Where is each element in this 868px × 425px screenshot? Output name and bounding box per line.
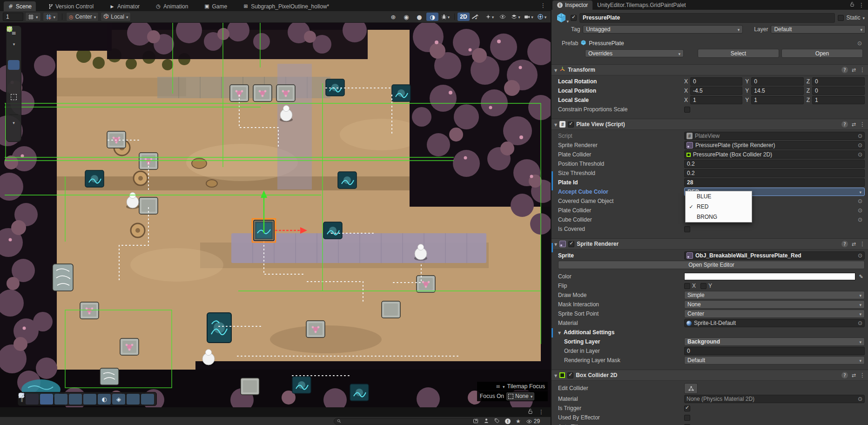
transform-tool[interactable] bbox=[8, 103, 20, 113]
zoom-tool[interactable] bbox=[127, 394, 140, 405]
transform-header[interactable]: Transform bbox=[552, 64, 868, 75]
is-covered-checkbox[interactable] bbox=[684, 226, 690, 232]
wireframe-mode-icon[interactable]: ◉ bbox=[400, 13, 412, 21]
draw-mode-dropdown[interactable]: Simple bbox=[684, 291, 865, 299]
camera-bounds-tool[interactable] bbox=[141, 394, 154, 405]
sprite-object-field[interactable]: ObJ_BreakableWall_PressurePlate_Red bbox=[684, 251, 865, 260]
view-options-tool[interactable] bbox=[8, 39, 20, 48]
lock-icon[interactable] bbox=[850, 1, 855, 8]
more-icon[interactable] bbox=[860, 121, 865, 128]
preset-icon[interactable] bbox=[852, 372, 856, 378]
tag-icon[interactable] bbox=[494, 418, 500, 425]
material-object-field[interactable]: Sprite-Lit-Default bbox=[684, 319, 865, 327]
overlay-collapse-icon[interactable] bbox=[503, 383, 505, 390]
physics-material-field[interactable]: None (Physics Material 2D) bbox=[684, 395, 865, 403]
search-field[interactable] bbox=[334, 418, 478, 425]
gameobject-name-field[interactable]: PressurePlate bbox=[579, 13, 835, 23]
mask-interaction-dropdown[interactable]: None bbox=[684, 300, 865, 309]
scale-z-field[interactable]: 1 bbox=[812, 96, 865, 104]
is-trigger-checkbox[interactable] bbox=[684, 405, 690, 412]
object-picker-icon[interactable] bbox=[858, 320, 862, 326]
rect-tool[interactable] bbox=[8, 92, 20, 102]
scale-x-field[interactable]: 1 bbox=[690, 96, 742, 104]
preset-icon[interactable] bbox=[852, 121, 856, 128]
more-icon[interactable] bbox=[860, 372, 865, 378]
color-swatch[interactable] bbox=[684, 273, 855, 280]
preset-icon[interactable] bbox=[852, 241, 856, 247]
help-icon[interactable] bbox=[841, 121, 848, 128]
component-enabled-checkbox[interactable] bbox=[568, 241, 574, 247]
foldout-icon[interactable] bbox=[554, 372, 557, 378]
move-tool[interactable] bbox=[8, 60, 20, 70]
open-sprite-editor-button[interactable]: Open Sprite Editor bbox=[558, 261, 865, 269]
tool-handle-size-input[interactable]: 1 bbox=[3, 13, 23, 21]
component-enabled-checkbox[interactable] bbox=[568, 121, 574, 128]
moon-tool[interactable]: ◐ bbox=[98, 394, 111, 405]
search-input[interactable] bbox=[343, 418, 475, 425]
avatar-icon[interactable] bbox=[484, 418, 489, 425]
object-picker-icon[interactable] bbox=[858, 133, 862, 139]
tab-scene[interactable]: Scene bbox=[4, 1, 36, 11]
static-dropdown-icon[interactable] bbox=[862, 14, 865, 21]
rotation-y-field[interactable]: 0 bbox=[751, 77, 803, 86]
tab-grid-paint-palette[interactable]: UnityEditor.Tilemaps.GridPaintPalet bbox=[592, 0, 690, 10]
tab-animation[interactable]: Animation bbox=[151, 1, 192, 11]
object-picker-icon[interactable] bbox=[858, 252, 862, 259]
tab-animator[interactable]: Animator bbox=[105, 1, 144, 11]
script-object-field[interactable]: PlateView bbox=[684, 132, 865, 140]
gameobject-cube-icon[interactable] bbox=[555, 12, 568, 24]
box-collider-header[interactable]: Box Collider 2D bbox=[552, 370, 868, 381]
overrides-dropdown[interactable]: Overrides bbox=[585, 49, 684, 57]
sprite-renderer-object-field[interactable]: PressurePlate (Sprite Renderer) bbox=[684, 141, 865, 149]
scale-y-field[interactable]: 1 bbox=[751, 96, 803, 104]
shadows-toggle-icon[interactable]: ◑ bbox=[426, 13, 438, 21]
eyedropper-icon[interactable] bbox=[857, 273, 865, 280]
layer-dropdown[interactable]: Default bbox=[771, 25, 866, 34]
tag-dropdown[interactable]: Untagged bbox=[583, 25, 743, 34]
static-checkbox[interactable] bbox=[838, 15, 844, 21]
more-icon[interactable] bbox=[860, 241, 865, 247]
select-button[interactable]: Select bbox=[698, 49, 779, 58]
help-icon[interactable] bbox=[841, 67, 848, 73]
scene-viewport[interactable]: ◐ ◈ Tilemap Focus Focus On None bbox=[0, 23, 551, 407]
plate-id-field[interactable]: 28 bbox=[684, 178, 865, 187]
orientation-mode-dropdown[interactable]: Local bbox=[101, 12, 131, 21]
object-picker-icon[interactable] bbox=[858, 216, 862, 223]
tilemap-focus-header[interactable]: Tilemap Focus bbox=[477, 382, 548, 391]
help-icon[interactable] bbox=[841, 241, 848, 247]
additional-settings-row[interactable]: Additional Settings bbox=[552, 328, 868, 337]
hand-tool[interactable] bbox=[8, 49, 20, 59]
object-picker-icon[interactable] bbox=[858, 396, 862, 402]
size-threshold-field[interactable]: 0.2 bbox=[684, 169, 865, 177]
tab-subgraph[interactable]: Subgraph_PixelOutline_hollow* bbox=[239, 1, 333, 11]
sprite-renderer-header[interactable]: Sprite Renderer bbox=[552, 238, 868, 250]
diamond-brush-tool[interactable]: ◈ bbox=[112, 394, 125, 405]
foldout-icon[interactable] bbox=[554, 241, 557, 247]
bone-tool[interactable] bbox=[8, 130, 20, 140]
scene-canvas[interactable] bbox=[0, 23, 551, 407]
shuffle-tool[interactable] bbox=[26, 394, 39, 405]
help-icon[interactable] bbox=[841, 372, 848, 378]
rotate-tool[interactable] bbox=[8, 71, 20, 81]
open-button[interactable]: Open bbox=[781, 49, 863, 58]
tab-version-control[interactable]: Version Control bbox=[43, 1, 98, 11]
shaded-mode-icon[interactable]: ⊕ bbox=[387, 13, 399, 21]
plate-collider-object-field[interactable]: PressurePlate (Box Collider 2D) bbox=[684, 150, 865, 159]
paint-settings-tool[interactable] bbox=[69, 394, 82, 405]
camera-dropdown[interactable] bbox=[523, 13, 535, 21]
rotation-x-field[interactable]: 0 bbox=[690, 77, 742, 86]
position-z-field[interactable]: 0 bbox=[812, 87, 865, 95]
scene-pane-menu-icon[interactable] bbox=[540, 2, 546, 9]
used-by-effector-checkbox[interactable] bbox=[684, 415, 690, 421]
scale-tool[interactable] bbox=[8, 81, 20, 91]
sorting-layer-dropdown[interactable]: Background bbox=[684, 337, 865, 346]
focus-on-dropdown[interactable]: None bbox=[506, 392, 534, 400]
tile-palette-tool[interactable] bbox=[8, 117, 20, 129]
favorites-icon[interactable] bbox=[516, 418, 521, 425]
pivot-mode-dropdown[interactable]: ◎ Center bbox=[66, 12, 99, 21]
debug-draw-dropdown[interactable] bbox=[439, 13, 451, 21]
flip-y-checkbox[interactable] bbox=[700, 283, 707, 289]
rendering-layer-mask-dropdown[interactable]: Default bbox=[684, 356, 865, 364]
move-selection-tool[interactable] bbox=[40, 394, 53, 405]
foldout-icon[interactable] bbox=[554, 67, 557, 73]
